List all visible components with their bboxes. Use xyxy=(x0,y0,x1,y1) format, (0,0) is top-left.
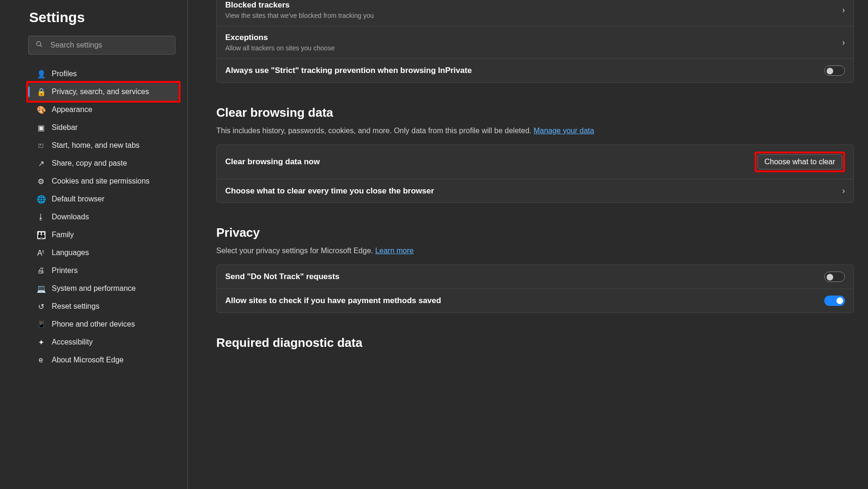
privacy-card: Send "Do Not Track" requests Allow sites… xyxy=(216,265,854,313)
sidebar-item-label: Family xyxy=(52,231,74,239)
clear-browsing-heading: Clear browsing data xyxy=(216,105,854,120)
blocked-trackers-row[interactable]: Blocked trackers View the sites that we'… xyxy=(217,0,853,26)
sidebar-item-share-copy-and-paste[interactable]: ↗Share, copy and paste xyxy=(28,154,179,172)
sidebar-item-label: Downloads xyxy=(52,213,89,221)
page-title: Settings xyxy=(29,9,179,25)
svg-point-0 xyxy=(37,41,41,46)
search-icon xyxy=(36,41,43,50)
strict-inprivate-title: Always use "Strict" tracking prevention … xyxy=(225,66,472,75)
clear-now-title: Clear browsing data now xyxy=(225,157,320,167)
privacy-heading: Privacy xyxy=(216,225,854,240)
sidebar-item-label: Phone and other devices xyxy=(52,320,135,329)
sidebar-item-label: Start, home, and new tabs xyxy=(52,141,140,150)
payment-methods-row: Allow sites to check if you have payment… xyxy=(217,289,853,313)
sidebar-item-privacy-search-and-services[interactable]: 🔒Privacy, search, and services xyxy=(28,83,179,101)
sidebar-item-family[interactable]: 👪Family xyxy=(28,226,179,244)
clear-browsing-desc: This includes history, passwords, cookie… xyxy=(216,127,854,135)
sidebar-item-printers[interactable]: 🖨Printers xyxy=(28,262,179,280)
do-not-track-toggle[interactable] xyxy=(824,272,845,282)
profiles-icon: 👤 xyxy=(37,70,45,79)
sidebar-item-label: Accessibility xyxy=(52,338,93,346)
start-icon: ⏍ xyxy=(37,141,45,150)
sidebar-item-system-and-performance[interactable]: 💻System and performance xyxy=(28,280,179,297)
downloads-icon: ⭳ xyxy=(37,213,45,221)
default-browser-icon: 🌐 xyxy=(37,195,45,204)
appearance-icon: 🎨 xyxy=(37,105,45,114)
manage-your-data-link[interactable]: Manage your data xyxy=(534,127,594,135)
languages-icon: Aᵗ xyxy=(37,249,45,257)
exceptions-title: Exceptions xyxy=(225,33,335,42)
do-not-track-title: Send "Do Not Track" requests xyxy=(225,272,339,281)
sidebar-item-label: Printers xyxy=(52,266,78,275)
strict-inprivate-row: Always use "Strict" tracking prevention … xyxy=(217,58,853,82)
sidebar-item-label: Languages xyxy=(52,249,89,257)
sidebar-item-label: Sidebar xyxy=(52,123,78,132)
cookies-icon: ⚙ xyxy=(37,177,45,186)
sidebar-item-label: Profiles xyxy=(52,70,77,78)
chevron-right-icon: › xyxy=(842,5,845,15)
sidebar-item-cookies-and-site-permissions[interactable]: ⚙Cookies and site permissions xyxy=(28,172,179,190)
choose-what-to-clear-button[interactable]: Choose what to clear xyxy=(758,154,842,169)
sidebar-item-label: Share, copy and paste xyxy=(52,159,127,168)
clear-now-row: Clear browsing data now Choose what to c… xyxy=(217,145,853,179)
sidebar-item-reset-settings[interactable]: ↺Reset settings xyxy=(28,297,179,315)
svg-line-1 xyxy=(40,45,42,47)
strict-inprivate-toggle[interactable] xyxy=(824,65,845,76)
sidebar-item-phone-and-other-devices[interactable]: 📱Phone and other devices xyxy=(28,315,179,333)
family-icon: 👪 xyxy=(37,231,45,240)
sidebar-item-label: Default browser xyxy=(52,195,104,203)
sidebar-item-label: Appearance xyxy=(52,105,92,114)
sidebar-item-start-home-and-new-tabs[interactable]: ⏍Start, home, and new tabs xyxy=(28,136,179,154)
sidebar-item-appearance[interactable]: 🎨Appearance xyxy=(28,101,179,119)
choose-what-to-clear-highlight: Choose what to clear xyxy=(755,152,845,172)
sidebar-item-label: About Microsoft Edge xyxy=(52,356,124,364)
blocked-trackers-sub: View the sites that we've blocked from t… xyxy=(225,12,374,19)
sidebar-item-languages[interactable]: AᵗLanguages xyxy=(28,244,179,262)
settings-nav: 👤Profiles🔒Privacy, search, and services🎨… xyxy=(28,65,179,369)
clear-on-close-title: Choose what to clear every time you clos… xyxy=(225,186,434,196)
system-icon: 💻 xyxy=(37,284,45,293)
settings-sidebar: Settings 👤Profiles🔒Privacy, search, and … xyxy=(0,0,188,489)
privacy-learn-more-link[interactable]: Learn more xyxy=(375,247,414,255)
chevron-right-icon: › xyxy=(842,186,845,196)
sidebar-item-profiles[interactable]: 👤Profiles xyxy=(28,65,179,83)
reset-icon: ↺ xyxy=(37,302,45,311)
share-icon: ↗ xyxy=(37,159,45,168)
sidebar-item-about-microsoft-edge[interactable]: eAbout Microsoft Edge xyxy=(28,351,179,369)
settings-content: Blocked trackers View the sites that we'… xyxy=(188,0,868,489)
blocked-trackers-title: Blocked trackers xyxy=(225,0,374,10)
exceptions-sub: Allow all trackers on sites you choose xyxy=(225,44,335,52)
chevron-right-icon: › xyxy=(842,38,845,48)
sidebar-item-accessibility[interactable]: ✦Accessibility xyxy=(28,333,179,351)
sidebar-item-label: Privacy, search, and services xyxy=(52,88,149,96)
printers-icon: 🖨 xyxy=(37,266,45,275)
phone-icon: 📱 xyxy=(37,320,45,329)
exceptions-row[interactable]: Exceptions Allow all trackers on sites y… xyxy=(217,26,853,58)
sidebar-item-label: Reset settings xyxy=(52,302,99,311)
diagnostic-heading: Required diagnostic data xyxy=(216,336,854,350)
clear-browsing-card: Clear browsing data now Choose what to c… xyxy=(216,144,854,203)
privacy-icon: 🔒 xyxy=(37,88,45,96)
do-not-track-row: Send "Do Not Track" requests xyxy=(217,265,853,289)
sidebar-item-sidebar[interactable]: ▣Sidebar xyxy=(28,119,179,136)
search-container xyxy=(28,36,179,55)
sidebar-item-label: System and performance xyxy=(52,284,136,293)
sidebar-item-label: Cookies and site permissions xyxy=(52,177,150,185)
tracking-prevention-card: Blocked trackers View the sites that we'… xyxy=(216,0,854,83)
sidebar-highlight: 🔒Privacy, search, and services xyxy=(26,81,181,103)
sidebar-item-default-browser[interactable]: 🌐Default browser xyxy=(28,190,179,208)
sidebar-icon: ▣ xyxy=(37,123,45,132)
payment-methods-toggle[interactable] xyxy=(824,296,845,306)
about-icon: e xyxy=(37,356,45,364)
privacy-desc: Select your privacy settings for Microso… xyxy=(216,247,854,255)
clear-on-close-row[interactable]: Choose what to clear every time you clos… xyxy=(217,179,853,202)
sidebar-item-downloads[interactable]: ⭳Downloads xyxy=(28,208,179,226)
payment-methods-title: Allow sites to check if you have payment… xyxy=(225,296,441,305)
accessibility-icon: ✦ xyxy=(37,338,45,347)
search-input[interactable] xyxy=(28,36,175,55)
